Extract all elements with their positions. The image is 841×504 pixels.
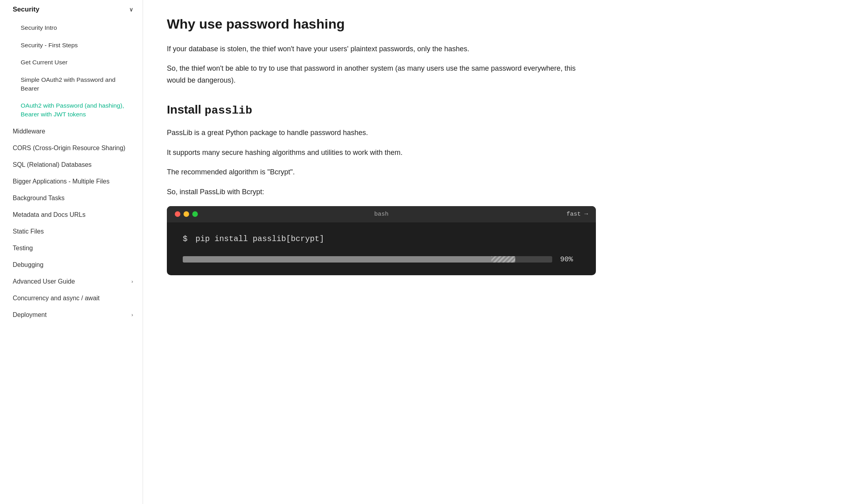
sidebar-item-debugging[interactable]: Debugging — [0, 257, 143, 273]
sidebar-sub-item-oauth2-jwt[interactable]: OAuth2 with Password (and hashing), Bear… — [0, 97, 143, 123]
section-heading-install-passlib: Install passlib — [167, 102, 596, 118]
sidebar-item-bigger-apps[interactable]: Bigger Applications - Multiple Files — [0, 173, 143, 190]
sidebar-item-cors[interactable]: CORS (Cross-Origin Resource Sharing) — [0, 140, 143, 156]
section-install-passlib: Install passlib PassLib is a great Pytho… — [167, 102, 596, 275]
sidebar-section-security[interactable]: Security ∨ — [0, 0, 143, 19]
terminal-body: $ pip install passlib[bcrypt] 90% — [167, 222, 596, 275]
sidebar-item-middleware[interactable]: Middleware — [0, 123, 143, 140]
sidebar-sub-item-security-intro[interactable]: Security Intro — [0, 19, 143, 37]
progress-percent: 90% — [560, 255, 580, 263]
main-content: Why use password hashing If your databas… — [143, 0, 620, 504]
sidebar-sub-item-get-current-user[interactable]: Get Current User — [0, 54, 143, 71]
terminal-command: $ pip install passlib[bcrypt] — [183, 234, 580, 243]
para-passlib-3: The recommended algorithm is "Bcrypt". — [167, 166, 596, 178]
sidebar-item-metadata[interactable]: Metadata and Docs URLs — [0, 207, 143, 223]
progress-bar-fill — [183, 256, 515, 263]
sidebar-sub-item-security-first-steps[interactable]: Security - First Steps — [0, 37, 143, 54]
sidebar: Security ∨ Security Intro Security - Fir… — [0, 0, 143, 504]
para-passlib-1: PassLib is a great Python package to han… — [167, 127, 596, 139]
progress-bar-stripes — [491, 256, 515, 263]
security-chevron-icon: ∨ — [129, 6, 133, 13]
section-heading-why-hashing: Why use password hashing — [167, 16, 596, 32]
terminal-titlebar: bash fast → — [167, 206, 596, 222]
sidebar-item-advanced-user-guide[interactable]: Advanced User Guide › — [0, 273, 143, 290]
terminal-close-button[interactable] — [175, 211, 180, 217]
sidebar-item-static-files[interactable]: Static Files — [0, 223, 143, 240]
terminal-command-text: pip install passlib[bcrypt] — [195, 234, 324, 243]
terminal-maximize-button[interactable] — [192, 211, 198, 217]
terminal-title: bash — [374, 211, 389, 218]
sidebar-section-security-label: Security — [13, 6, 39, 14]
para-hashing-1: If your database is stolen, the thief wo… — [167, 43, 596, 55]
sidebar-item-testing[interactable]: Testing — [0, 240, 143, 257]
terminal-fast-label: fast → — [566, 211, 588, 218]
progress-container: 90% — [183, 255, 580, 263]
terminal-prompt: $ — [183, 234, 188, 243]
sidebar-item-deployment[interactable]: Deployment › — [0, 307, 143, 323]
para-passlib-2: It supports many secure hashing algorith… — [167, 147, 596, 159]
para-passlib-4: So, install PassLib with Bcrypt: — [167, 186, 596, 198]
sidebar-item-concurrency[interactable]: Concurrency and async / await — [0, 290, 143, 307]
advanced-guide-arrow-icon: › — [131, 278, 133, 284]
sidebar-item-background-tasks[interactable]: Background Tasks — [0, 190, 143, 207]
sidebar-item-sql[interactable]: SQL (Relational) Databases — [0, 156, 143, 173]
terminal-minimize-button[interactable] — [184, 211, 189, 217]
terminal-block: bash fast → $ pip install passlib[bcrypt… — [167, 206, 596, 275]
deployment-arrow-icon: › — [131, 312, 133, 318]
sidebar-sub-item-simple-oauth2[interactable]: Simple OAuth2 with Password and Bearer — [0, 71, 143, 97]
terminal-buttons — [175, 211, 198, 217]
section-why-hashing: Why use password hashing If your databas… — [167, 16, 596, 87]
progress-bar-wrapper — [183, 256, 552, 263]
para-hashing-2: So, the thief won't be able to try to us… — [167, 63, 596, 86]
